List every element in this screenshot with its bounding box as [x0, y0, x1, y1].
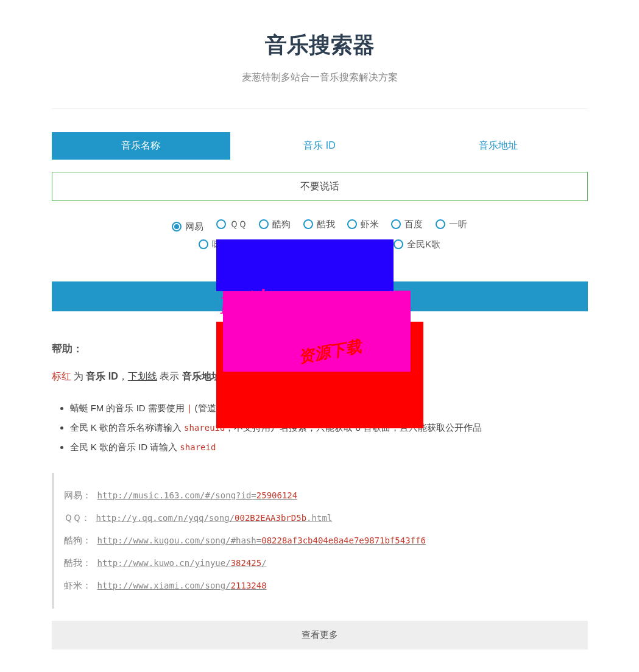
- example-label: 酷我：: [64, 557, 91, 568]
- overlay-blue: [216, 239, 394, 291]
- source-radio-4[interactable]: 虾米: [347, 216, 379, 233]
- tab-2[interactable]: 音乐地址: [409, 132, 587, 160]
- page-title: 音乐搜索器: [52, 30, 588, 60]
- radio-label: 百度: [404, 216, 423, 233]
- search-input[interactable]: [52, 172, 588, 201]
- example-link[interactable]: http://y.qq.com/n/yqq/song/002B2EAA3brD5…: [96, 513, 333, 523]
- radio-icon: [394, 239, 403, 249]
- radio-icon: [391, 219, 401, 229]
- source-radio-2[interactable]: 酷狗: [259, 216, 291, 233]
- examples-block: 网易：http://music.163.com/#/song?id=259061…: [52, 473, 588, 609]
- example-4: 虾米：http://www.xiami.com/song/2113248: [64, 580, 588, 592]
- help-item-2: 全民 K 歌的音乐 ID 请输入 shareid: [70, 439, 588, 455]
- divider: [52, 108, 588, 109]
- tab-0[interactable]: 音乐名称: [52, 132, 230, 160]
- source-radio-5[interactable]: 百度: [391, 216, 423, 233]
- radio-icon: [436, 219, 445, 229]
- radio-label: 酷狗: [272, 216, 291, 233]
- page-subtitle: 麦葱特制多站合一音乐搜索解决方案: [52, 71, 588, 84]
- example-2: 酷狗：http://www.kugou.com/song/#hash=08228…: [64, 535, 588, 546]
- tab-1[interactable]: 音乐 ID: [230, 132, 409, 160]
- example-label: ＱＱ：: [64, 512, 90, 523]
- example-label: 酷狗：: [64, 535, 91, 545]
- source-radio-0[interactable]: 网易: [172, 218, 203, 236]
- example-3: 酷我：http://www.kuwo.cn/yinyue/382425/: [64, 557, 588, 569]
- source-radio-3[interactable]: 酷我: [303, 216, 335, 233]
- example-0: 网易：http://music.163.com/#/song?id=259061…: [64, 490, 588, 501]
- radio-icon: [259, 219, 269, 229]
- example-label: 网易：: [64, 490, 91, 500]
- radio-label: 一听: [449, 216, 467, 233]
- show-more-button[interactable]: 查看更多: [52, 621, 588, 649]
- radio-icon: [303, 219, 313, 229]
- example-link[interactable]: http://www.xiami.com/song/2113248: [97, 581, 267, 590]
- radio-label: 虾米: [361, 216, 379, 233]
- source-radio-1[interactable]: ＱＱ: [216, 216, 247, 233]
- source-radio-11[interactable]: 全民K歌: [394, 236, 440, 253]
- radio-icon: [347, 219, 357, 229]
- radio-label: 酷我: [317, 216, 335, 233]
- example-link[interactable]: http://www.kugou.com/song/#hash=08228af3…: [97, 536, 426, 545]
- radio-icon: [199, 239, 208, 249]
- example-1: ＱＱ：http://y.qq.com/n/yqq/song/002B2EAA3b…: [64, 512, 588, 524]
- source-radio-6[interactable]: 一听: [436, 216, 467, 233]
- example-label: 虾米：: [64, 580, 91, 590]
- example-link[interactable]: http://music.163.com/#/song?id=25906124: [97, 490, 298, 500]
- overlay-pink: [223, 291, 411, 372]
- radio-icon: [216, 219, 226, 229]
- radio-icon: [172, 222, 182, 232]
- example-link[interactable]: http://www.kuwo.cn/yinyue/382425/: [97, 558, 267, 568]
- search-type-tabs: 音乐名称音乐 ID音乐地址: [52, 132, 588, 160]
- radio-label: 网易: [185, 218, 203, 236]
- radio-label: 全民K歌: [407, 236, 440, 253]
- radio-label: ＱＱ: [230, 216, 247, 233]
